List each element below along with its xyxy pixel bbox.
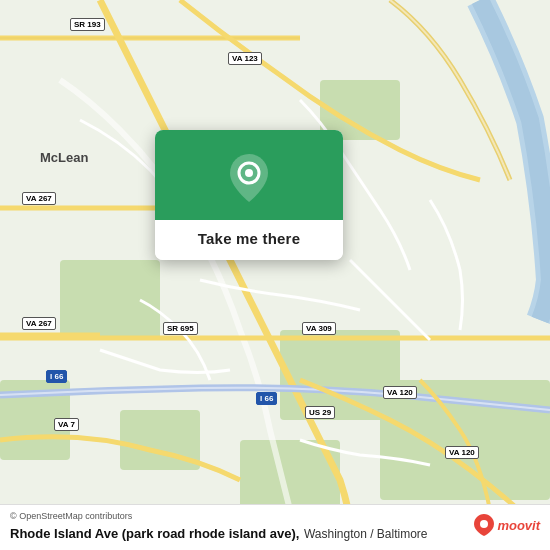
shield-va120-2: VA 120 xyxy=(445,446,479,459)
shield-us29: US 29 xyxy=(305,406,335,419)
svg-text:McLean: McLean xyxy=(40,150,88,165)
place-region: Washington / Baltimore xyxy=(304,527,428,541)
popup-card-header xyxy=(155,130,343,220)
shield-i66-1: I 66 xyxy=(46,370,67,383)
map-roads: McLean xyxy=(0,0,550,550)
shield-va267-1: VA 267 xyxy=(22,192,56,205)
shield-va120-1: VA 120 xyxy=(383,386,417,399)
map-container: McLean SR 193 VA 123 VA 267 VA 267 SR 69… xyxy=(0,0,550,550)
moovit-pin-icon xyxy=(474,514,494,536)
shield-va123: VA 123 xyxy=(228,52,262,65)
shield-va7: VA 7 xyxy=(54,418,79,431)
svg-rect-1 xyxy=(60,260,160,340)
take-me-there-button[interactable]: Take me there xyxy=(198,230,300,247)
shield-i66-2: I 66 xyxy=(256,392,277,405)
place-info: Rhode Island Ave (park road rhode island… xyxy=(10,524,540,542)
svg-point-14 xyxy=(245,169,253,177)
place-name: Rhode Island Ave (park road rhode island… xyxy=(10,526,299,541)
shield-va309: VA 309 xyxy=(302,322,336,335)
popup-card-bottom[interactable]: Take me there xyxy=(155,220,343,260)
location-pin-icon xyxy=(230,154,268,202)
moovit-logo: moovit xyxy=(474,514,540,536)
shield-sr193: SR 193 xyxy=(70,18,105,31)
shield-sr695: SR 695 xyxy=(163,322,198,335)
moovit-text: moovit xyxy=(497,518,540,533)
popup-card[interactable]: Take me there xyxy=(155,130,343,260)
shield-va267-2: VA 267 xyxy=(22,317,56,330)
attribution: © OpenStreetMap contributors xyxy=(10,511,540,521)
bottom-bar: © OpenStreetMap contributors Rhode Islan… xyxy=(0,504,550,550)
svg-point-15 xyxy=(480,520,488,528)
